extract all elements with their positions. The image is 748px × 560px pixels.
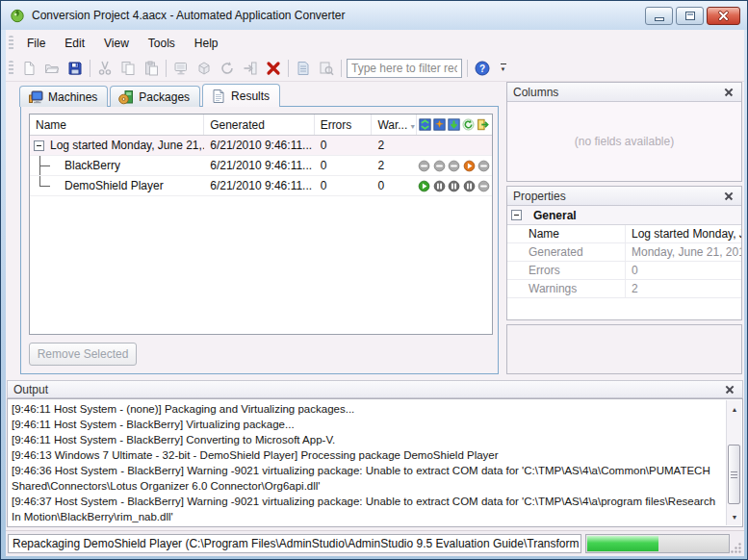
toolbar-separator [166,60,167,77]
new-button[interactable] [18,58,39,79]
minus-status-icon[interactable] [418,160,430,172]
svg-text:?: ? [479,63,485,73]
resize-grip[interactable] [730,542,742,554]
row-name: DemoShield Player [64,179,164,192]
exit-door-icon[interactable] [477,118,489,131]
minimize-button[interactable] [645,7,673,25]
status-icons-cell [417,176,492,195]
filter-records-input[interactable] [347,59,462,78]
output-panel-close-icon[interactable] [724,383,736,395]
install-icon[interactable] [448,118,460,131]
preview-button[interactable] [316,58,337,79]
close-button[interactable] [707,7,740,25]
properties-group-row[interactable]: General [507,206,741,225]
window-title: Conversion Project 4.aacx - Automated Ap… [32,9,346,22]
copy-button[interactable] [117,58,139,79]
run-conversion-button[interactable] [240,58,261,79]
row-name: Log started Monday, June 21,... [50,139,204,152]
add-machine-button[interactable] [170,58,192,79]
toolbar-overflow-button[interactable] [497,58,509,79]
output-scrollbar[interactable] [726,400,741,525]
filter-dropdown-icon[interactable] [409,118,416,132]
tab-results[interactable]: Results [202,84,280,107]
save-button[interactable] [64,58,86,79]
tab-machines[interactable]: Machines [19,86,108,107]
report-icon [296,61,311,76]
properties-panel-close-icon[interactable] [723,190,735,202]
open-folder-icon [44,61,60,76]
columns-panel-close-icon[interactable] [723,86,735,98]
minus-status-icon[interactable] [477,180,490,192]
menu-bar: FileEditViewToolsHelp [6,31,744,55]
convert-run-icon[interactable] [462,118,475,131]
scrollbar-thumb[interactable] [728,445,740,504]
toolbar-separator [90,60,90,77]
property-value: 2 [626,282,741,295]
expand-collapse-box[interactable] [34,140,44,151]
vm-sync-icon[interactable] [419,118,431,131]
play-green-status-icon[interactable] [418,180,430,192]
play-orange-status-icon[interactable] [463,160,476,172]
copy-icon [120,61,136,76]
output-panel-header: Output [7,380,743,398]
minus-status-icon[interactable] [433,160,446,172]
table-row[interactable]: Log started Monday, June 21,...6/21/2010… [30,136,492,156]
pause-status-icon[interactable] [463,180,476,192]
property-row[interactable]: Errors0 [507,262,741,280]
scroll-down-icon[interactable] [727,510,742,523]
menu-gripper[interactable] [9,36,13,51]
property-row[interactable]: GeneratedMonday, June 21, 201 [507,243,741,262]
scroll-up-icon[interactable] [727,402,742,416]
report-button[interactable] [293,58,314,79]
properties-panel-header: Properties [507,187,741,206]
warnings-cell: 0 [373,176,418,195]
table-row[interactable]: DemoShield Player6/21/2010 9:46:11...00 [30,176,492,196]
snapshot-icon[interactable] [433,118,446,131]
table-row[interactable]: BlackBerry6/21/2010 9:46:11...02 [30,156,492,176]
minus-status-icon[interactable] [477,160,490,172]
property-row[interactable]: NameLog started Monday, J [507,225,741,243]
property-label: Errors [507,262,626,279]
column-header-generated[interactable]: Generated [204,115,314,135]
menu-item-view[interactable]: View [94,34,139,53]
maximize-button[interactable] [676,7,704,25]
stop-button[interactable] [263,58,284,79]
column-header-warnings[interactable]: War... [372,115,417,135]
toolbar-gripper[interactable] [9,61,13,76]
convert-button[interactable] [217,58,238,79]
tab-label: Packages [139,90,190,104]
columns-panel: Columns (no fields available) [506,82,742,182]
menu-item-file[interactable]: File [17,34,55,53]
row-name: BlackBerry [64,159,120,172]
open-button[interactable] [41,58,63,79]
help-button[interactable]: ? [472,58,493,79]
property-label: Generated [507,243,626,261]
pause-status-icon[interactable] [448,180,460,192]
menu-item-tools[interactable]: Tools [139,34,185,53]
output-line: [9:46:11 Host System - BlackBerry] Conve… [12,432,722,447]
tab-label: Results [231,89,270,103]
cut-icon [97,61,113,76]
property-row[interactable]: Warnings2 [507,280,741,298]
remove-selected-button[interactable]: Remove Selected [29,343,137,366]
title-bar: Conversion Project 4.aacx - Automated Ap… [1,1,747,30]
group-expand-collapse-box[interactable] [511,210,522,220]
paste-button[interactable] [141,58,162,79]
menu-item-edit[interactable]: Edit [55,34,94,53]
toolbar-separator [288,60,289,77]
pause-status-icon[interactable] [433,180,446,192]
window-controls [645,7,740,25]
properties-panel-title: Properties [513,190,566,203]
properties-panel: Properties General NameLog started Monda… [506,186,742,320]
header-icon-columns [417,115,492,135]
menu-item-help[interactable]: Help [185,34,228,53]
application-window: Conversion Project 4.aacx - Automated Ap… [0,0,748,560]
column-header-errors[interactable]: Errors [315,115,373,135]
cut-button[interactable] [94,58,116,79]
tab-packages[interactable]: Packages [110,86,200,107]
status-bar: Repackaging DemoShield Player (C:\Progra… [6,530,744,556]
column-header-name[interactable]: Name [30,115,204,135]
add-package-button[interactable] [193,58,215,79]
app-icon[interactable] [10,8,25,23]
minus-status-icon[interactable] [448,160,460,172]
